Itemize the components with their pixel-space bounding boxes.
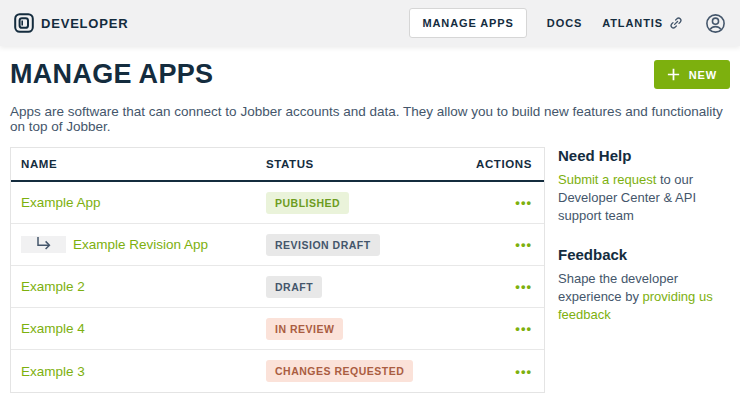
new-app-button-label: NEW (689, 69, 717, 81)
feedback-heading: Feedback (558, 246, 730, 263)
app-name-link[interactable]: Example 3 (21, 364, 85, 379)
table-row: Example 4 IN REVIEW ••• (11, 308, 544, 350)
help-sidebar: Need Help Submit a request to our Develo… (558, 147, 730, 324)
row-actions-button[interactable]: ••• (515, 365, 532, 378)
submit-request-link[interactable]: Submit a request (558, 172, 656, 187)
jobber-developer-logo[interactable]: DEVELOPER (14, 13, 128, 33)
apps-table-body: Example App PUBLISHED ••• Example Revisi… (11, 182, 544, 392)
need-help-section: Need Help Submit a request to our Develo… (558, 147, 730, 226)
row-actions-button[interactable]: ••• (515, 322, 532, 335)
row-actions-button[interactable]: ••• (515, 196, 532, 209)
status-badge: REVISION DRAFT (266, 234, 380, 256)
nav-item-manage-apps[interactable]: MANAGE APPS (409, 8, 526, 38)
feedback-section: Feedback Shape the developer experience … (558, 246, 730, 325)
table-row: Example App PUBLISHED ••• (11, 182, 544, 224)
new-app-button[interactable]: NEW (654, 60, 730, 89)
app-name-link[interactable]: Example 4 (21, 321, 85, 336)
child-arrow-icon (34, 236, 53, 253)
header-nav: MANAGE APPS DOCS ATLANTIS (409, 8, 726, 38)
status-badge: DRAFT (266, 276, 322, 298)
account-icon (705, 13, 726, 34)
external-link-icon (669, 16, 683, 30)
column-header-status: STATUS (266, 158, 474, 170)
feedback-text: Shape the developer experience by provid… (558, 270, 730, 325)
account-button[interactable] (705, 13, 726, 34)
status-badge: PUBLISHED (266, 192, 349, 214)
app-header: DEVELOPER MANAGE APPS DOCS ATLANTIS (0, 0, 740, 46)
app-name-link[interactable]: Example Revision App (73, 237, 208, 252)
column-header-actions: ACTIONS (474, 158, 544, 170)
app-name-link[interactable]: Example 2 (21, 279, 85, 294)
app-name-link[interactable]: Example App (21, 195, 101, 210)
row-actions-button[interactable]: ••• (515, 280, 532, 293)
table-row: Example 2 DRAFT ••• (11, 266, 544, 308)
logo-cube-icon (14, 13, 34, 33)
need-help-heading: Need Help (558, 147, 730, 164)
row-actions-button[interactable]: ••• (515, 238, 532, 251)
page-description: Apps are software that can connect to Jo… (0, 104, 740, 134)
column-header-name: NAME (11, 158, 266, 170)
apps-table: NAME STATUS ACTIONS Example App PUBLISHE… (10, 147, 545, 393)
nav-item-atlantis[interactable]: ATLANTIS (602, 16, 683, 30)
need-help-text: Submit a request to our Developer Center… (558, 171, 730, 226)
child-indicator-cell (21, 236, 66, 253)
table-row: Example 3 CHANGES REQUESTED ••• (11, 350, 544, 392)
nav-item-docs[interactable]: DOCS (547, 17, 582, 29)
status-badge: CHANGES REQUESTED (266, 360, 413, 382)
table-header-row: NAME STATUS ACTIONS (11, 148, 544, 182)
table-row: Example Revision App REVISION DRAFT ••• (11, 224, 544, 266)
logo-label: DEVELOPER (41, 16, 128, 31)
plus-icon (667, 68, 680, 81)
status-badge: IN REVIEW (266, 318, 343, 340)
page-title: MANAGE APPS (10, 59, 213, 90)
